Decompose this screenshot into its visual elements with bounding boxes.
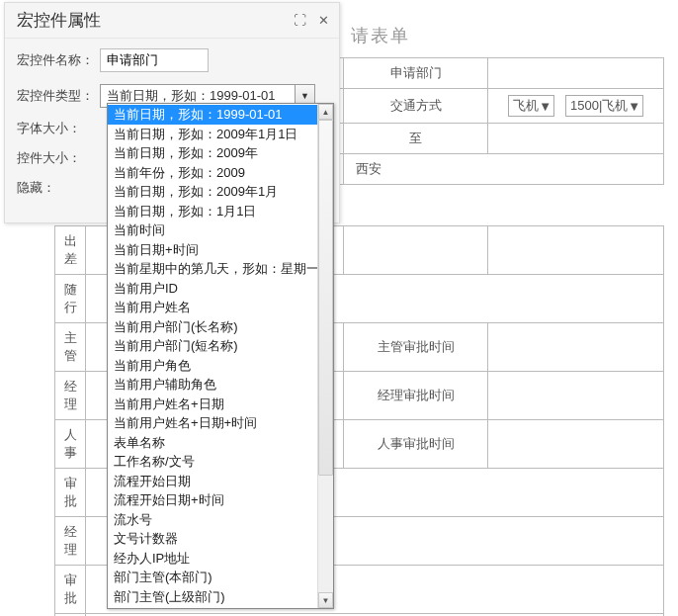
macro-name-input[interactable] (100, 48, 209, 72)
dropdown-option[interactable]: 当前星期中的第几天，形如：星期一 (108, 259, 317, 279)
left-label: 审批 (55, 566, 86, 614)
left-label: 主管 (55, 323, 86, 372)
dropdown-option[interactable]: 当前日期，形如：1月1日 (108, 202, 317, 221)
dropdown-option[interactable]: 当前用户姓名 (108, 298, 317, 317)
dropdown-option[interactable]: 当前用户角色 (108, 356, 317, 376)
left-label: 审批 (55, 469, 86, 517)
field-label-type: 宏控件类型： (17, 87, 100, 105)
approval-time-label: 主管审批时间 (344, 323, 488, 372)
panel-title: 宏控件属性 (17, 9, 101, 32)
expand-icon[interactable]: ⛶ (292, 13, 307, 29)
chevron-down-icon: ▼ (628, 99, 640, 114)
dropdown-option[interactable]: 表单名称 (108, 433, 317, 453)
dropdown-option[interactable]: 当前用户姓名+日期 (108, 395, 317, 414)
left-label: 出差 (55, 226, 86, 275)
dropdown-option[interactable]: 部门主管(一级部门) (108, 606, 317, 608)
left-label: 人事 (55, 420, 86, 469)
dropdown-scrollbar[interactable]: ▲ ▼ (317, 104, 333, 608)
field-label-fontsize: 字体大小： (17, 120, 100, 137)
dropdown-option[interactable]: 流水号 (108, 510, 317, 530)
dropdown-option[interactable]: 当前日期，形如：2009年1月1日 (108, 125, 317, 144)
header-transport: 交通方式 (344, 89, 488, 124)
dropdown-option[interactable]: 当前用户部门(短名称) (108, 336, 317, 356)
dropdown-option[interactable]: 工作名称/文号 (108, 452, 317, 472)
dropdown-option[interactable]: 当前用户ID (108, 279, 317, 299)
dropdown-option[interactable]: 经办人IP地址 (108, 549, 317, 569)
scroll-down-icon[interactable]: ▼ (318, 592, 333, 608)
dropdown-option[interactable]: 流程开始日期 (108, 472, 317, 491)
dropdown-option[interactable]: 当前日期，形如：1999-01-01 (108, 105, 317, 125)
dropdown-list: 当前日期，形如：1999-01-01当前日期，形如：2009年1月1日当前日期，… (108, 104, 317, 608)
dropdown-option[interactable]: 部门主管(本部门) (108, 568, 317, 587)
approval-time-label: 经理审批时间 (344, 372, 488, 420)
dest-value: 西安 (344, 154, 664, 185)
field-label-name: 宏控件名称： (17, 51, 100, 69)
transport-code-value: 1500|飞机 (570, 97, 628, 115)
dropdown-option[interactable]: 当前日期+时间 (108, 240, 317, 260)
panel-header: 宏控件属性 ⛶ ✕ (5, 3, 339, 39)
header-apply-dept: 申请部门 (344, 58, 488, 89)
close-icon[interactable]: ✕ (315, 13, 331, 29)
scroll-thumb[interactable] (318, 120, 333, 476)
dropdown-option[interactable]: 当前用户辅助角色 (108, 375, 317, 395)
dropdown-option[interactable]: 当前用户部门(长名称) (108, 317, 317, 337)
transport-select-2[interactable]: 1500|飞机 ▼ (565, 95, 643, 117)
left-label: 经理 (55, 372, 86, 420)
dropdown-option[interactable]: 部门主管(上级部门) (108, 587, 317, 607)
field-label-ctrlsize: 控件大小： (17, 149, 100, 167)
approval-time-label: 人事审批时间 (344, 420, 488, 469)
chevron-down-icon: ▼ (539, 99, 551, 114)
dropdown-option[interactable]: 当前年份，形如：2009 (108, 163, 317, 183)
scroll-up-icon[interactable]: ▲ (318, 104, 333, 120)
field-label-hidden: 隐藏： (17, 179, 100, 197)
dropdown-option[interactable]: 文号计数器 (108, 529, 317, 549)
dropdown-option[interactable]: 流程开始日期+时间 (108, 490, 317, 510)
left-label: 随行 (55, 275, 86, 323)
macro-type-dropdown: 当前日期，形如：1999-01-01当前日期，形如：2009年1月1日当前日期，… (107, 103, 334, 609)
dropdown-option[interactable]: 当前时间 (108, 220, 317, 240)
transport-select-1[interactable]: 飞机 ▼ (508, 95, 554, 117)
left-label: 经理 (55, 517, 86, 566)
dropdown-option[interactable]: 当前用户姓名+日期+时间 (108, 413, 317, 433)
header-to: 至 (344, 124, 488, 154)
transport-value: 飞机 (513, 97, 539, 115)
dropdown-option[interactable]: 当前日期，形如：2009年 (108, 143, 317, 163)
dropdown-option[interactable]: 当前日期，形如：2009年1月 (108, 182, 317, 202)
